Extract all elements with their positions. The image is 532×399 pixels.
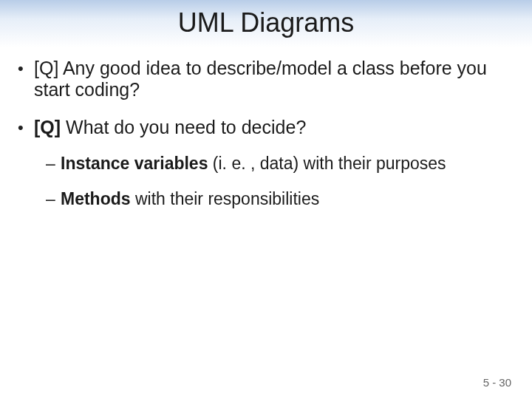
q-tag: [Q] [34, 58, 58, 78]
sub-bullet-rest: (i. e. , data) with their purposes [208, 154, 446, 173]
sub-bullet-text: Methods with their responsibilities [61, 189, 514, 210]
sub-bullet-item: – Instance variables (i. e. , data) with… [46, 154, 514, 174]
sub-bullet-bold: Methods [61, 189, 131, 208]
sub-bullet-rest: with their responsibilities [131, 189, 320, 208]
sub-bullet-item: – Methods with their responsibilities [46, 189, 514, 210]
dash-icon: – [46, 189, 61, 210]
bullet-item: • [Q] What do you need to decide? [18, 117, 514, 138]
bullet-item: • [Q] Any good idea to describe/model a … [18, 58, 514, 100]
slide-content: • [Q] Any good idea to describe/model a … [18, 58, 514, 224]
bullet-text: [Q] What do you need to decide? [34, 117, 514, 138]
dash-icon: – [46, 154, 61, 174]
bullet-text: [Q] Any good idea to describe/model a cl… [34, 58, 514, 100]
bullet-rest: Any good idea to describe/model a class … [34, 58, 487, 100]
sub-bullet-bold: Instance variables [61, 154, 208, 173]
page-title: UML Diagrams [0, 7, 532, 38]
q-tag: [Q] [34, 117, 61, 137]
bullet-rest: What do you need to decide? [61, 117, 306, 137]
bullet-dot-icon: • [18, 58, 34, 78]
bullet-dot-icon: • [18, 117, 34, 137]
slide-number: 5 - 30 [483, 376, 511, 389]
sub-bullet-text: Instance variables (i. e. , data) with t… [61, 154, 514, 174]
